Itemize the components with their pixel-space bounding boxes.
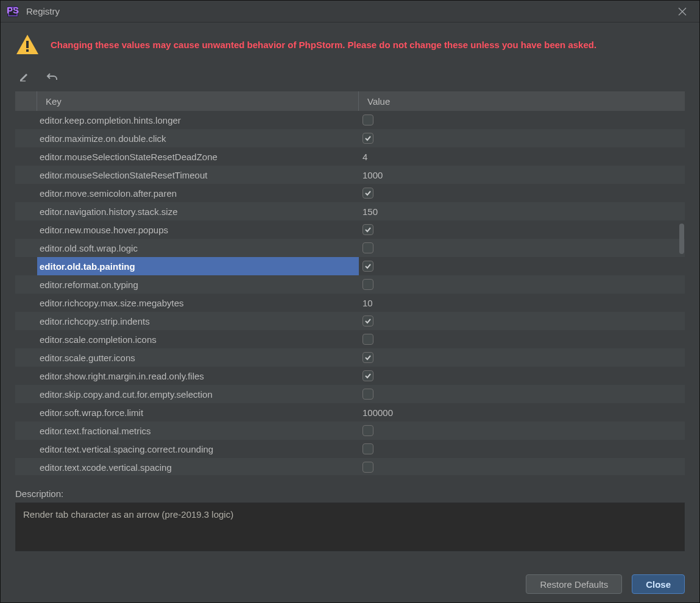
table-header-key[interactable]: Key — [37, 91, 359, 111]
checkbox[interactable] — [362, 115, 373, 125]
table-header-value[interactable]: Value — [359, 91, 685, 111]
row-gutter — [15, 312, 37, 330]
row-value[interactable] — [359, 421, 685, 440]
table-row[interactable]: editor.scale.gutter.icons — [15, 348, 685, 367]
app-icon: PS — [7, 5, 19, 18]
row-key: editor.scale.gutter.icons — [37, 348, 359, 367]
checkbox[interactable] — [362, 443, 373, 454]
checkbox[interactable] — [362, 462, 373, 473]
window-close-button[interactable] — [665, 1, 699, 23]
table-row[interactable]: editor.soft.wrap.force.limit100000 — [15, 403, 685, 421]
scrollbar-thumb[interactable] — [679, 224, 684, 254]
table-row[interactable]: editor.richcopy.max.size.megabytes10 — [15, 294, 685, 312]
table-row[interactable]: editor.old.tab.painting — [15, 257, 685, 275]
checkbox[interactable] — [362, 133, 373, 144]
value-text: 1000 — [362, 170, 383, 180]
row-value[interactable] — [359, 348, 685, 367]
row-value[interactable] — [359, 111, 685, 129]
row-gutter — [15, 348, 37, 367]
table-row[interactable]: editor.navigation.history.stack.size150 — [15, 202, 685, 220]
table-row[interactable]: editor.show.right.margin.in.read.only.fi… — [15, 367, 685, 385]
close-icon — [678, 7, 687, 16]
table-row[interactable]: editor.text.xcode.vertical.spacing — [15, 458, 685, 475]
table-row[interactable]: editor.text.vertical.spacing.correct.rou… — [15, 440, 685, 458]
row-value[interactable] — [359, 275, 685, 294]
warning-banner: Changing these values may cause unwanted… — [1, 23, 699, 65]
row-value[interactable]: 100000 — [359, 403, 685, 421]
table-body[interactable]: editor.keep.completion.hints.longeredito… — [15, 111, 685, 475]
vertical-scrollbar[interactable] — [677, 111, 685, 475]
row-value[interactable] — [359, 239, 685, 257]
row-value[interactable]: 4 — [359, 147, 685, 166]
row-gutter — [15, 220, 37, 239]
checkbox[interactable] — [362, 242, 373, 253]
value-text: 4 — [362, 152, 367, 162]
description-box: Render tab character as an arrow (pre-20… — [15, 503, 685, 551]
row-value[interactable] — [359, 220, 685, 239]
row-gutter — [15, 184, 37, 202]
undo-icon — [46, 71, 58, 83]
table-row[interactable]: editor.maximize.on.double.click — [15, 129, 685, 147]
checkbox[interactable] — [362, 279, 373, 290]
checkbox[interactable] — [362, 370, 373, 381]
table-row[interactable]: editor.skip.copy.and.cut.for.empty.selec… — [15, 385, 685, 403]
table-row[interactable]: editor.move.semicolon.after.paren — [15, 184, 685, 202]
checkbox[interactable] — [362, 316, 373, 326]
table-header-gutter — [15, 91, 37, 111]
row-key: editor.soft.wrap.force.limit — [37, 403, 359, 421]
checkbox[interactable] — [362, 188, 373, 199]
table-row[interactable]: editor.text.fractional.metrics — [15, 421, 685, 440]
checkbox[interactable] — [362, 224, 373, 235]
row-gutter — [15, 239, 37, 257]
restore-defaults-button[interactable]: Restore Defaults — [526, 574, 622, 594]
row-value[interactable] — [359, 129, 685, 147]
row-value[interactable] — [359, 385, 685, 403]
pencil-icon — [18, 71, 30, 83]
table-row[interactable]: editor.keep.completion.hints.longer — [15, 111, 685, 129]
table-row[interactable]: editor.scale.completion.icons — [15, 330, 685, 348]
row-value[interactable] — [359, 330, 685, 348]
value-text: 100000 — [362, 407, 393, 418]
row-key: editor.navigation.history.stack.size — [37, 202, 359, 220]
row-value[interactable] — [359, 440, 685, 458]
row-value[interactable] — [359, 257, 685, 275]
row-value[interactable]: 1000 — [359, 166, 685, 184]
close-button[interactable]: Close — [632, 574, 685, 594]
table-row[interactable]: editor.old.soft.wrap.logic — [15, 239, 685, 257]
checkbox[interactable] — [362, 261, 373, 272]
table-row[interactable]: editor.reformat.on.typing — [15, 275, 685, 294]
checkbox[interactable] — [362, 389, 373, 400]
row-gutter — [15, 202, 37, 220]
table-row[interactable]: editor.richcopy.strip.indents — [15, 312, 685, 330]
row-gutter — [15, 330, 37, 348]
row-key: editor.skip.copy.and.cut.for.empty.selec… — [37, 385, 359, 403]
checkbox[interactable] — [362, 334, 373, 345]
row-gutter — [15, 367, 37, 385]
value-text: 10 — [362, 298, 373, 308]
row-gutter — [15, 275, 37, 294]
table-row[interactable]: editor.new.mouse.hover.popups — [15, 220, 685, 239]
description-text: Render tab character as an arrow (pre-20… — [23, 509, 233, 520]
row-key: editor.new.mouse.hover.popups — [37, 220, 359, 239]
row-gutter — [15, 294, 37, 312]
row-value[interactable]: 150 — [359, 202, 685, 220]
row-gutter — [15, 147, 37, 166]
table-row[interactable]: editor.mouseSelectionStateResetTimeout10… — [15, 166, 685, 184]
row-gutter — [15, 440, 37, 458]
checkbox[interactable] — [362, 352, 373, 363]
row-gutter — [15, 385, 37, 403]
titlebar: PS Registry — [1, 1, 699, 23]
row-key: editor.scale.completion.icons — [37, 330, 359, 348]
row-value[interactable]: 10 — [359, 294, 685, 312]
toolbar — [1, 65, 699, 89]
row-gutter — [15, 111, 37, 129]
row-value[interactable] — [359, 458, 685, 475]
edit-button[interactable] — [18, 70, 31, 83]
row-value[interactable] — [359, 312, 685, 330]
row-value[interactable] — [359, 184, 685, 202]
revert-button[interactable] — [46, 70, 59, 83]
row-value[interactable] — [359, 367, 685, 385]
dialog-buttons: Restore Defaults Close — [526, 574, 685, 594]
table-row[interactable]: editor.mouseSelectionStateResetDeadZone4 — [15, 147, 685, 166]
checkbox[interactable] — [362, 425, 373, 436]
